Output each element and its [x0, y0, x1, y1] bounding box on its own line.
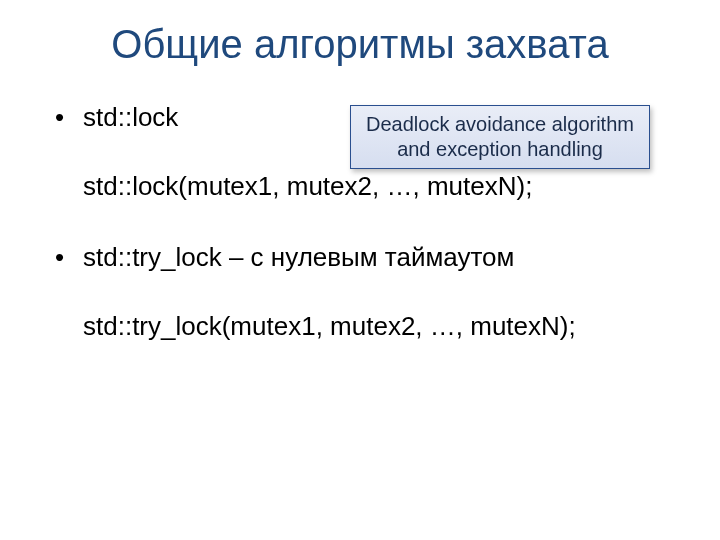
slide-title: Общие алгоритмы захвата	[0, 22, 720, 67]
code-line: std::try_lock(mutex1, mutex2, …, mutexN)…	[55, 309, 680, 344]
bullet-item: std::lock	[55, 100, 680, 135]
bullet-item: std::try_lock – с нулевым таймаутом	[55, 240, 680, 275]
bullet-text: std::try_lock – с нулевым таймаутом	[83, 242, 514, 272]
slide-body: std::lock std::lock(mutex1, mutex2, …, m…	[55, 100, 680, 344]
bullet-text: std::lock	[83, 102, 178, 132]
code-line: std::lock(mutex1, mutex2, …, mutexN);	[55, 169, 680, 204]
